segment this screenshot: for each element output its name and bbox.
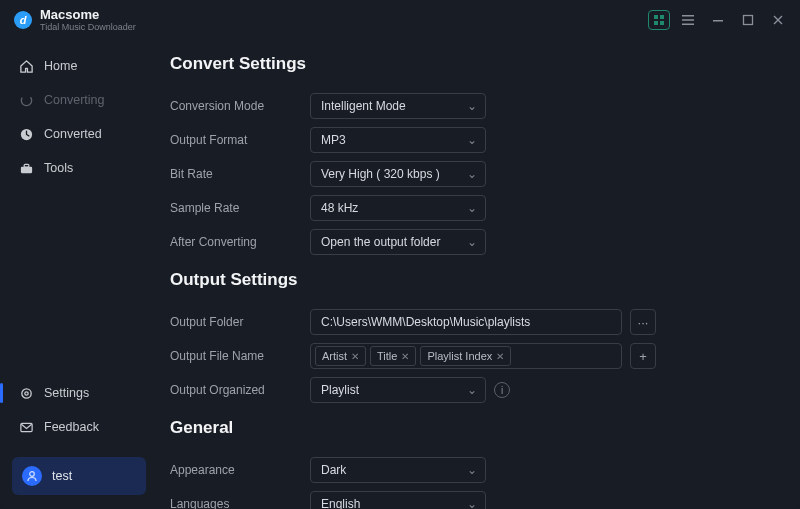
label-languages: Languages: [170, 497, 310, 509]
sidebar-item-label: Converting: [44, 93, 104, 107]
toolbox-icon: [18, 160, 34, 176]
svg-rect-2: [654, 21, 658, 25]
user-name: test: [52, 469, 72, 483]
sidebar-item-home[interactable]: Home: [8, 50, 148, 82]
chevron-down-icon: ⌄: [467, 235, 477, 249]
brand: d Macsome Tidal Music Downloader: [14, 8, 136, 32]
svg-rect-12: [24, 164, 29, 167]
select-languages-value: English: [321, 497, 360, 509]
svg-rect-8: [744, 16, 753, 25]
minimize-button[interactable]: [706, 9, 730, 31]
remove-tag-icon[interactable]: ✕: [496, 351, 504, 362]
svg-rect-0: [654, 15, 658, 19]
chevron-down-icon: ⌄: [467, 133, 477, 147]
brand-subtitle: Tidal Music Downloader: [40, 23, 136, 32]
select-bit-rate[interactable]: Very High ( 320 kbps ) ⌄: [310, 161, 486, 187]
filename-tag-label: Artist: [322, 350, 347, 362]
clock-icon: [18, 126, 34, 142]
select-conversion-mode[interactable]: Intelligent Mode ⌄: [310, 93, 486, 119]
select-output-organized-value: Playlist: [321, 383, 359, 397]
user-chip[interactable]: test: [12, 457, 146, 495]
sidebar-item-feedback[interactable]: Feedback: [8, 411, 148, 443]
svg-point-9: [21, 95, 31, 105]
svg-rect-1: [660, 15, 664, 19]
filename-tag[interactable]: Playlist Index✕: [420, 346, 511, 366]
main-content: Convert Settings Conversion Mode Intelli…: [156, 40, 800, 509]
filename-tags-box[interactable]: Artist✕Title✕Playlist Index✕: [310, 343, 622, 369]
section-title-output: Output Settings: [170, 270, 772, 290]
select-sample-rate-value: 48 kHz: [321, 201, 358, 215]
select-after-converting[interactable]: Open the output folder ⌄: [310, 229, 486, 255]
select-output-format[interactable]: MP3 ⌄: [310, 127, 486, 153]
sidebar-item-settings[interactable]: Settings: [8, 377, 148, 409]
avatar-icon: [22, 466, 42, 486]
select-languages[interactable]: English ⌄: [310, 491, 486, 509]
home-icon: [18, 58, 34, 74]
sidebar-item-label: Feedback: [44, 420, 99, 434]
label-conversion-mode: Conversion Mode: [170, 99, 310, 113]
label-appearance: Appearance: [170, 463, 310, 477]
select-after-converting-value: Open the output folder: [321, 235, 440, 249]
sidebar-item-label: Tools: [44, 161, 73, 175]
sidebar-item-label: Home: [44, 59, 77, 73]
grid-view-button[interactable]: [648, 10, 670, 30]
sidebar-item-label: Converted: [44, 127, 102, 141]
chevron-down-icon: ⌄: [467, 497, 477, 509]
select-sample-rate[interactable]: 48 kHz ⌄: [310, 195, 486, 221]
brand-logo-icon: d: [14, 11, 32, 29]
close-button[interactable]: [766, 9, 790, 31]
select-appearance-value: Dark: [321, 463, 346, 477]
add-tag-button[interactable]: +: [630, 343, 656, 369]
section-title-convert: Convert Settings: [170, 54, 772, 74]
brand-name: Macsome: [40, 8, 136, 21]
remove-tag-icon[interactable]: ✕: [401, 351, 409, 362]
svg-rect-3: [660, 21, 664, 25]
svg-rect-6: [682, 24, 694, 26]
svg-point-13: [21, 388, 30, 397]
gear-icon: [18, 385, 34, 401]
sidebar-item-label: Settings: [44, 386, 89, 400]
mail-icon: [18, 419, 34, 435]
chevron-down-icon: ⌄: [467, 383, 477, 397]
chevron-down-icon: ⌄: [467, 463, 477, 477]
sidebar-item-tools[interactable]: Tools: [8, 152, 148, 184]
chevron-down-icon: ⌄: [467, 201, 477, 215]
sidebar-item-converted[interactable]: Converted: [8, 118, 148, 150]
titlebar: d Macsome Tidal Music Downloader: [0, 0, 800, 40]
svg-point-16: [30, 472, 35, 477]
select-output-format-value: MP3: [321, 133, 346, 147]
chevron-down-icon: ⌄: [467, 99, 477, 113]
browse-folder-button[interactable]: ···: [630, 309, 656, 335]
sidebar-item-converting[interactable]: Converting: [8, 84, 148, 116]
filename-tag-label: Title: [377, 350, 397, 362]
svg-rect-7: [713, 20, 723, 22]
svg-rect-5: [682, 19, 694, 21]
titlebar-controls: [648, 9, 790, 31]
sidebar: HomeConvertingConvertedTools SettingsFee…: [0, 40, 156, 509]
remove-tag-icon[interactable]: ✕: [351, 351, 359, 362]
chevron-down-icon: ⌄: [467, 167, 477, 181]
filename-tag[interactable]: Artist✕: [315, 346, 366, 366]
maximize-button[interactable]: [736, 9, 760, 31]
svg-rect-4: [682, 15, 694, 17]
section-title-general: General: [170, 418, 772, 438]
label-bit-rate: Bit Rate: [170, 167, 310, 181]
menu-button[interactable]: [676, 9, 700, 31]
svg-point-14: [24, 391, 27, 394]
spinner-icon: [18, 92, 34, 108]
info-icon[interactable]: i: [494, 382, 510, 398]
label-sample-rate: Sample Rate: [170, 201, 310, 215]
select-conversion-mode-value: Intelligent Mode: [321, 99, 406, 113]
input-output-folder[interactable]: [310, 309, 622, 335]
select-output-organized[interactable]: Playlist ⌄: [310, 377, 486, 403]
label-output-folder: Output Folder: [170, 315, 310, 329]
filename-tag-label: Playlist Index: [427, 350, 492, 362]
select-bit-rate-value: Very High ( 320 kbps ): [321, 167, 440, 181]
select-appearance[interactable]: Dark ⌄: [310, 457, 486, 483]
filename-tag[interactable]: Title✕: [370, 346, 416, 366]
label-output-file-name: Output File Name: [170, 349, 310, 363]
label-after-converting: After Converting: [170, 235, 310, 249]
label-output-organized: Output Organized: [170, 383, 310, 397]
label-output-format: Output Format: [170, 133, 310, 147]
